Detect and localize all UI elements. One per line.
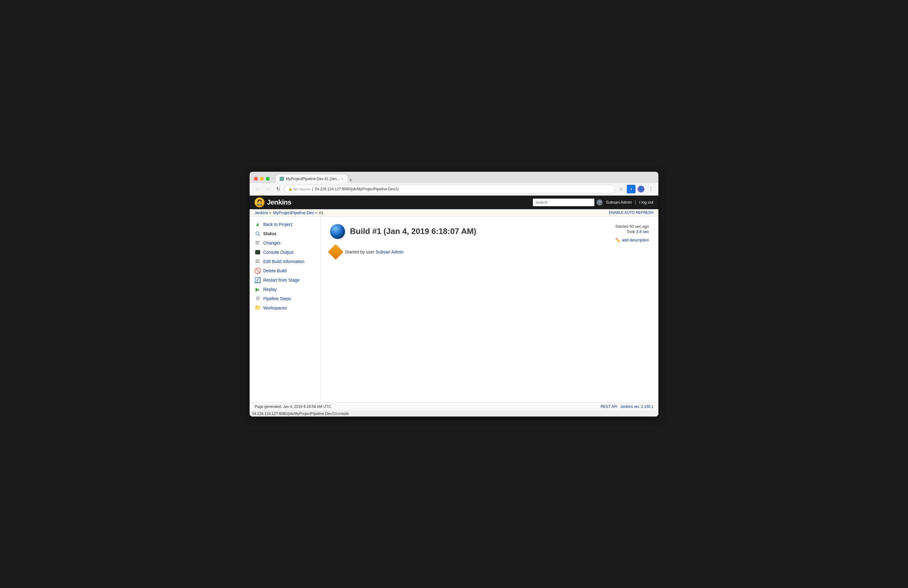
sidebar-item-replay[interactable]: ▶ Replay — [250, 285, 320, 294]
edit-icon: ✏️ — [615, 238, 621, 243]
sidebar-item-console-output[interactable]: >_ Console Output — [250, 247, 320, 257]
sidebar-item-status[interactable]: Status — [250, 229, 320, 238]
add-description-wrap: ✏️ add description — [615, 238, 649, 243]
jenkins-face-icon: 🤵 — [256, 199, 263, 206]
refresh-button[interactable]: ↻ — [274, 185, 282, 193]
svg-text:>_: >_ — [256, 251, 259, 254]
sidebar-label-status: Status — [263, 231, 277, 236]
jenkins-page: 🤵 Jenkins ? Subsari Admin | l log out Je… — [250, 196, 658, 416]
divider: | — [635, 199, 636, 205]
svg-rect-8 — [256, 261, 259, 262]
sidebar-label-back-to-project: Back to Project — [263, 222, 292, 227]
jenkins-footer: Page generated: Jan 4, 2019 6:18:58 AM U… — [250, 402, 658, 411]
sidebar-item-edit-build-info[interactable]: Edit Build Information — [250, 257, 320, 266]
sidebar-label-pipeline: Pipeline Steps — [263, 296, 291, 301]
breadcrumb-pipeline[interactable]: MyProjectPipeline-Dev — [273, 210, 314, 215]
lock-icon: 🔒 — [288, 187, 293, 191]
add-description-link[interactable]: add description — [622, 238, 649, 242]
minimize-button[interactable] — [260, 177, 264, 181]
duration-link[interactable]: 3.8 sec — [636, 229, 649, 234]
status-bar: 54.226.124.127:8080/job/MyProjectPipelin… — [250, 411, 658, 416]
not-secure-indicator: 🔒 Not Secure — [288, 187, 310, 191]
build-status-sphere — [330, 224, 345, 239]
replay-icon: ▶ — [254, 286, 261, 292]
tab-close-button[interactable]: × — [341, 177, 343, 181]
svg-rect-4 — [256, 244, 259, 244]
footer-right: REST API Jenkins ver. 2.150.1 — [601, 405, 654, 409]
build-title: Build #1 (Jan 4, 2019 6:18:07 AM) — [350, 227, 476, 236]
status-bar-url: 54.226.124.127:8080/job/MyProjectPipelin… — [252, 411, 349, 416]
sidebar-label-edit-build: Edit Build Information — [263, 259, 304, 264]
breadcrumb-jenkins[interactable]: Jenkins — [254, 210, 268, 215]
bookmark-button[interactable]: ☆ — [617, 185, 626, 193]
separator: | — [312, 187, 313, 191]
trigger-icon — [328, 244, 344, 260]
build-header: Build #1 (Jan 4, 2019 6:18:07 AM) — [330, 224, 649, 239]
back-to-project-icon: ▲ — [254, 221, 261, 228]
sidebar-label-restart: Restart from Stage — [263, 278, 300, 283]
svg-rect-3 — [256, 242, 259, 243]
console-icon: >_ — [254, 249, 261, 255]
svg-rect-2 — [256, 241, 260, 242]
sidebar-item-restart-from-stage[interactable]: 🔄 Restart from Stage — [250, 275, 320, 285]
workspace-icon: 📁 — [254, 305, 261, 311]
enable-auto-refresh-link[interactable]: ENABLE AUTO REFRESH — [609, 210, 654, 215]
delete-build-icon: 🚫 — [254, 268, 261, 274]
maximize-button[interactable] — [266, 177, 270, 181]
svg-rect-9 — [256, 262, 259, 263]
address-bar[interactable]: 🔒 Not Secure | 54.226.124.127:8080/job/M… — [284, 185, 615, 193]
search-input[interactable] — [533, 198, 595, 206]
profile-avatar: 👤 — [639, 187, 643, 191]
browser-titlebar: MyProjectPipeline-Dev #1 [Jen... × + — [250, 172, 658, 183]
user-link[interactable]: Subsari Admin — [606, 200, 632, 204]
trigger-user-link[interactable]: Subsari Admin — [376, 249, 404, 254]
started-time: Started 50 sec ago — [615, 224, 649, 229]
new-tab-button[interactable]: + — [349, 177, 353, 183]
sidebar-item-workspaces[interactable]: 📁 Workspaces — [250, 303, 320, 313]
tab-bar: MyProjectPipeline-Dev #1 [Jen... × + — [276, 175, 654, 183]
close-button[interactable] — [254, 177, 258, 181]
jenkins-header: 🤵 Jenkins ? Subsari Admin | l log out — [250, 196, 658, 209]
help-icon[interactable]: ? — [596, 199, 603, 206]
browser-toolbar: ← → ↻ 🔒 Not Secure | 54.226.124.127:8080… — [250, 183, 658, 196]
sidebar-item-delete-build[interactable]: 🚫 Delete Build — [250, 266, 320, 275]
browser-window: MyProjectPipeline-Dev #1 [Jen... × + ← →… — [250, 172, 658, 416]
search-wrap: ? — [533, 198, 603, 206]
logout-link[interactable]: l log out — [639, 200, 654, 204]
trigger-text: Started by user Subsari Admin — [345, 249, 404, 254]
jenkins-logo-text: Jenkins — [267, 198, 291, 206]
active-tab[interactable]: MyProjectPipeline-Dev #1 [Jen... × — [276, 175, 348, 183]
sidebar-item-back-to-project[interactable]: ▲ Back to Project — [250, 220, 320, 229]
breadcrumb-bar: Jenkins ▶ MyProjectPipeline-Dev ▶ #1 ENA… — [250, 209, 658, 217]
sidebar-label-replay: Replay — [263, 287, 277, 292]
sidebar-label-changes: Changes — [263, 241, 280, 246]
breadcrumb-current: #1 — [319, 210, 323, 215]
jenkins-content: Started 50 sec ago Took 3.8 sec ✏️ add d… — [321, 217, 658, 402]
traffic-lights — [254, 177, 270, 181]
svg-rect-7 — [256, 260, 260, 260]
status-icon — [254, 231, 261, 237]
sidebar-item-pipeline-steps[interactable]: ⚙ Pipeline Steps — [250, 294, 320, 303]
jenkins-logo-link[interactable]: 🤵 Jenkins — [254, 198, 291, 207]
page-generated-label: Page generated: Jan 4, 2019 6:18:58 AM U… — [254, 405, 331, 409]
rest-api-link[interactable]: REST API — [601, 405, 617, 409]
more-menu-button[interactable]: ⋮ — [647, 185, 655, 193]
jenkins-version-link[interactable]: Jenkins ver. 2.150.1 — [620, 405, 654, 409]
profile-button[interactable]: 👤 — [637, 185, 646, 193]
restart-icon: 🔄 — [254, 277, 261, 283]
back-button[interactable]: ← — [253, 185, 261, 193]
forward-button[interactable]: → — [263, 185, 272, 193]
sidebar-label-console: Console Output — [263, 250, 293, 255]
tab-favicon — [280, 177, 284, 181]
toolbar-actions: ☆ I 👤 ⋮ — [617, 185, 655, 193]
svg-line-1 — [259, 235, 260, 236]
svg-point-0 — [256, 232, 259, 235]
jenkins-header-right: ? Subsari Admin | l log out — [533, 198, 654, 206]
extensions-button[interactable]: I — [627, 185, 636, 193]
jenkins-logo-icon: 🤵 — [254, 198, 264, 207]
sidebar-label-workspaces: Workspaces — [263, 305, 287, 310]
pipeline-icon: ⚙ — [254, 296, 261, 302]
jenkins-main: ▲ Back to Project Status Changes — [250, 217, 658, 402]
build-meta: Started 50 sec ago Took 3.8 sec ✏️ add d… — [615, 224, 649, 243]
sidebar-item-changes[interactable]: Changes — [250, 238, 320, 247]
